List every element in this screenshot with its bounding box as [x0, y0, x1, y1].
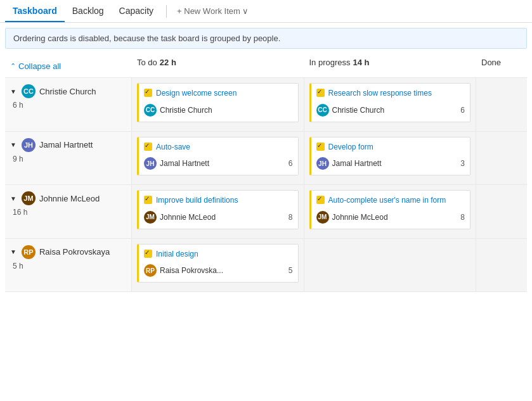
card-footer-todo-card-3-0: RP Raisa Pokrovska... 5	[144, 264, 293, 277]
card-title-row-ip-card-1-0: Develop form	[316, 143, 465, 153]
card-person-name-todo-card-3-0: Raisa Pokrovska...	[160, 266, 223, 275]
card-footer-todo-card-1-0: JH Jamal Hartnett 6	[144, 157, 293, 170]
todo-cell-3: Initial design RP Raisa Pokrovska... 5	[132, 239, 304, 293]
card-hours-todo-card-2-0: 8	[289, 213, 293, 222]
tab-capacity[interactable]: Capacity	[112, 1, 161, 22]
inprogress-label: In progress	[309, 58, 351, 67]
work-card-ip-card-1-0[interactable]: Develop form JH Jamal Hartnett 3	[309, 137, 471, 176]
card-title-todo-card-1-0: Auto-save	[156, 143, 190, 153]
tab-backlog[interactable]: Backlog	[65, 1, 112, 22]
done-cell-1	[476, 132, 527, 186]
card-hours-todo-card-1-0: 6	[289, 159, 293, 168]
done-cell-3	[476, 239, 527, 293]
task-icon-todo-card-1-0	[144, 143, 152, 151]
work-card-ip-card-0-0[interactable]: Research slow response times CC Christie…	[309, 83, 471, 122]
person-cell-1: ▼ JH Jamal Hartnett 9 h	[5, 132, 132, 186]
card-person-name-ip-card-0-0: Christie Church	[332, 106, 385, 115]
card-footer-todo-card-0-0: CC Christie Church	[144, 104, 293, 117]
card-hours-ip-card-0-0: 6	[460, 106, 465, 115]
inprogress-cell-1: Develop form JH Jamal Hartnett 3	[304, 132, 477, 186]
nav-divider	[166, 5, 167, 18]
card-footer-ip-card-2-0: JM Johnnie McLeod 8	[316, 211, 465, 224]
collapse-all-header: ⌃ Collapse all	[5, 54, 132, 78]
person-avatar-0: CC	[22, 84, 36, 98]
work-card-todo-card-1-0[interactable]: Auto-save JH Jamal Hartnett 6	[137, 137, 299, 176]
person-avatar-3: RP	[22, 245, 36, 259]
card-person-row-ip-card-0-0: CC Christie Church	[316, 104, 385, 117]
person-name-row-1: ▼ JH Jamal Hartnett	[10, 138, 126, 152]
collapse-all-button[interactable]: ⌃ Collapse all	[10, 58, 127, 73]
person-name-2: Johnnie McLeod	[39, 194, 100, 203]
card-avatar-todo-card-1-0: JH	[144, 157, 157, 170]
board-container: ⌃ Collapse all To do22 h In progress14 h…	[0, 54, 532, 297]
done-cell-0	[476, 78, 527, 132]
card-avatar-todo-card-0-0: CC	[144, 104, 157, 117]
card-person-row-todo-card-2-0: JM Johnnie McLeod	[144, 211, 216, 224]
card-title-todo-card-2-0: Improve build definitions	[156, 196, 238, 206]
triangle-icon-2: ▼	[10, 195, 16, 202]
person-cell-3: ▼ RP Raisa Pokrovskaya 5 h	[5, 239, 132, 293]
work-card-todo-card-3-0[interactable]: Initial design RP Raisa Pokrovska... 5	[137, 244, 299, 283]
person-cell-2: ▼ JM Johnnie McLeod 16 h	[5, 185, 132, 239]
person-info-2: ▼ JM Johnnie McLeod 16 h	[10, 191, 126, 217]
card-title-todo-card-0-0: Design welcome screen	[156, 89, 237, 99]
work-card-todo-card-2-0[interactable]: Improve build definitions JM Johnnie McL…	[137, 190, 299, 229]
task-icon-ip-card-2-0	[316, 196, 325, 204]
task-icon-todo-card-2-0	[144, 196, 152, 204]
task-icon-todo-card-3-0	[144, 250, 152, 258]
inprogress-column-header: In progress14 h	[304, 54, 477, 78]
card-title-ip-card-2-0: Auto-complete user's name in form	[328, 196, 446, 206]
todo-label: To do	[137, 58, 157, 67]
triangle-icon-0: ▼	[10, 88, 16, 95]
card-title-ip-card-1-0: Develop form	[328, 143, 373, 153]
todo-cell-1: Auto-save JH Jamal Hartnett 6	[132, 132, 304, 186]
done-column-header: Done	[476, 54, 527, 78]
card-avatar-ip-card-1-0: JH	[316, 157, 329, 170]
card-person-name-todo-card-2-0: Johnnie McLeod	[160, 213, 216, 222]
card-footer-todo-card-2-0: JM Johnnie McLeod 8	[144, 211, 293, 224]
card-title-row-todo-card-1-0: Auto-save	[144, 143, 293, 153]
inprogress-hours: 14 h	[353, 58, 370, 67]
card-person-row-ip-card-1-0: JH Jamal Hartnett	[316, 157, 382, 170]
card-person-row-todo-card-0-0: CC Christie Church	[144, 104, 212, 117]
person-name-1: Jamal Hartnett	[39, 140, 93, 150]
card-footer-ip-card-1-0: JH Jamal Hartnett 3	[316, 157, 465, 170]
person-avatar-2: JM	[22, 191, 36, 205]
person-hours-3: 5 h	[10, 262, 126, 271]
card-avatar-ip-card-2-0: JM	[316, 211, 329, 224]
card-title-row-ip-card-2-0: Auto-complete user's name in form	[316, 196, 465, 206]
person-hours-1: 9 h	[10, 155, 126, 163]
card-title-row-todo-card-3-0: Initial design	[144, 250, 293, 260]
tab-taskboard[interactable]: Taskboard	[5, 1, 65, 22]
new-work-item-button[interactable]: + New Work Item ∨	[172, 4, 254, 18]
task-icon-ip-card-1-0	[316, 143, 325, 151]
card-person-name-ip-card-2-0: Johnnie McLeod	[332, 213, 388, 222]
column-headers: ⌃ Collapse all To do22 h In progress14 h…	[5, 54, 527, 78]
card-hours-todo-card-3-0: 5	[289, 266, 293, 275]
card-avatar-todo-card-3-0: RP	[144, 264, 157, 277]
card-title-row-todo-card-2-0: Improve build definitions	[144, 196, 293, 206]
top-nav: Taskboard Backlog Capacity + New Work It…	[0, 0, 532, 23]
person-avatar-1: JH	[22, 138, 36, 152]
person-name-row-2: ▼ JM Johnnie McLeod	[10, 191, 126, 205]
person-name-0: Christie Church	[39, 87, 96, 96]
person-hours-0: 6 h	[10, 101, 126, 110]
todo-cell-0: Design welcome screen CC Christie Church	[132, 78, 304, 132]
task-icon-todo-card-0-0	[144, 89, 152, 97]
person-info-1: ▼ JH Jamal Hartnett 9 h	[10, 138, 126, 163]
card-person-name-ip-card-1-0: Jamal Hartnett	[332, 159, 382, 168]
todo-cell-2: Improve build definitions JM Johnnie McL…	[132, 185, 304, 239]
task-icon-ip-card-0-0	[316, 89, 325, 97]
card-avatar-ip-card-0-0: CC	[316, 104, 329, 117]
todo-column-header: To do22 h	[132, 54, 304, 78]
work-card-ip-card-2-0[interactable]: Auto-complete user's name in form JM Joh…	[309, 190, 471, 229]
card-person-row-todo-card-3-0: RP Raisa Pokrovska...	[144, 264, 223, 277]
triangle-icon-1: ▼	[10, 141, 16, 148]
card-title-ip-card-0-0: Research slow response times	[328, 89, 432, 99]
card-hours-ip-card-1-0: 3	[460, 159, 465, 168]
work-card-todo-card-0-0[interactable]: Design welcome screen CC Christie Church	[137, 83, 299, 122]
board-rows: ▼ CC Christie Church 6 h Design welcome …	[5, 78, 527, 292]
inprogress-cell-3	[304, 239, 477, 293]
done-cell-2	[476, 185, 527, 239]
inprogress-cell-0: Research slow response times CC Christie…	[304, 78, 477, 132]
